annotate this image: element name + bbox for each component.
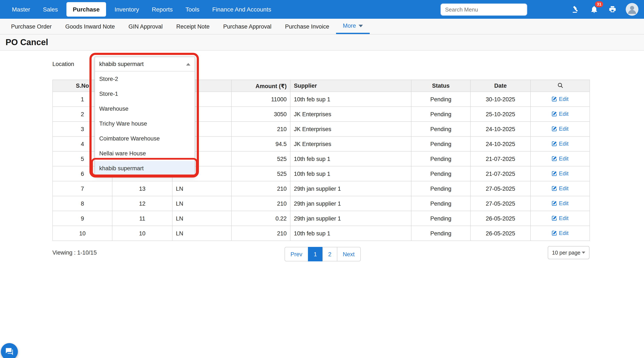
search-menu-input[interactable] bbox=[440, 3, 527, 15]
page-button-1[interactable]: 1 bbox=[308, 247, 323, 261]
subnav-item-receipt-note[interactable]: Receipt Note bbox=[170, 19, 216, 34]
edit-button[interactable]: Edit bbox=[552, 170, 568, 176]
dropdown-option-store-2[interactable]: Store-2 bbox=[95, 71, 195, 86]
dropdown-option-nellai-ware-house[interactable]: Nellai ware House bbox=[95, 146, 195, 161]
edit-button[interactable]: Edit bbox=[552, 185, 568, 191]
prev-page-button[interactable]: Prev bbox=[284, 247, 308, 261]
cell-status: Pending bbox=[411, 92, 470, 107]
edit-pencil-icon bbox=[552, 156, 557, 161]
user-avatar[interactable] bbox=[626, 3, 638, 16]
cell-supplier: 10th feb sup 1 bbox=[290, 226, 411, 241]
cell-supplier: JK Enterprises bbox=[290, 121, 411, 136]
location-dropdown: Store-2 Store-1 Warehouse Trichy Ware ho… bbox=[94, 57, 195, 176]
cell-status: Pending bbox=[411, 107, 470, 121]
cell-amount: 210 bbox=[232, 226, 290, 241]
column-header-search[interactable] bbox=[530, 80, 590, 92]
chat-icon bbox=[5, 347, 14, 356]
cell-supplier: 10th feb sup 1 bbox=[290, 151, 411, 166]
edit-button[interactable]: Edit bbox=[552, 230, 568, 236]
dropdown-option-khabib-supermart[interactable]: khabib supermart bbox=[95, 161, 195, 176]
cell-c2: 12 bbox=[112, 196, 172, 211]
cell-amount: 11000 bbox=[232, 92, 290, 107]
subnav-item-purchase-approval[interactable]: Purchase Approval bbox=[216, 19, 278, 34]
edit-button[interactable]: Edit bbox=[552, 140, 568, 147]
search-icon bbox=[557, 82, 563, 88]
pagination: Prev 1 2 Next bbox=[284, 247, 360, 261]
subnav-item-purchase-order[interactable]: Purchase Order bbox=[4, 19, 58, 34]
edit-pencil-icon bbox=[552, 126, 557, 131]
subnav-item-gin-approval[interactable]: GIN Approval bbox=[122, 19, 170, 34]
location-label: Location bbox=[52, 61, 74, 67]
cell-status: Pending bbox=[411, 166, 470, 181]
page-button-2[interactable]: 2 bbox=[322, 247, 337, 261]
chevron-up-icon[interactable] bbox=[186, 63, 190, 65]
nav-item-tools[interactable]: Tools bbox=[179, 0, 206, 19]
cell-supplier: 29th jan supplier 1 bbox=[290, 196, 411, 211]
nav-item-reports[interactable]: Reports bbox=[146, 0, 179, 19]
edit-pencil-icon bbox=[552, 230, 557, 236]
cell-c2: 10 bbox=[112, 226, 172, 241]
edit-button[interactable]: Edit bbox=[552, 110, 568, 117]
chevron-down-icon bbox=[358, 24, 363, 27]
cell-status: Pending bbox=[411, 151, 470, 166]
nav-item-purchase[interactable]: Purchase bbox=[66, 2, 106, 16]
edit-button[interactable]: Edit bbox=[552, 125, 568, 132]
chat-support-button[interactable] bbox=[1, 343, 18, 358]
table-row: 9 11 LN 0.22 29th jan supplier 1 Pending… bbox=[52, 211, 590, 226]
subnav-item-goods-inward-note[interactable]: Goods Inward Note bbox=[58, 19, 122, 34]
page-title: PO Cancel bbox=[6, 37, 48, 47]
edit-pencil-icon bbox=[552, 96, 557, 101]
edit-button[interactable]: Edit bbox=[552, 96, 568, 102]
dropdown-option-warehouse[interactable]: Warehouse bbox=[95, 101, 195, 116]
dropdown-option-trichy-ware-house[interactable]: Trichy Ware house bbox=[95, 116, 195, 131]
cell-c2: 13 bbox=[112, 181, 172, 196]
notification-badge: 31 bbox=[595, 1, 603, 7]
column-header-supplier: Supplier bbox=[290, 80, 411, 92]
cell-status: Pending bbox=[411, 211, 470, 226]
location-dropdown-input[interactable] bbox=[99, 61, 186, 67]
cell-sno: 10 bbox=[52, 226, 112, 241]
printer-icon[interactable] bbox=[607, 4, 618, 14]
subnav-more-label: More bbox=[343, 22, 356, 29]
cell-c3: LN bbox=[172, 181, 232, 196]
announcement-gavel-icon[interactable] bbox=[571, 4, 581, 14]
edit-button[interactable]: Edit bbox=[552, 200, 568, 206]
cell-c3: LN bbox=[172, 226, 232, 241]
cell-amount: 210 bbox=[232, 181, 290, 196]
subnav-item-purchase-invoice[interactable]: Purchase Invoice bbox=[278, 19, 336, 34]
main-menu: Master Sales Purchase Inventory Reports … bbox=[6, 0, 278, 19]
column-header-status: Status bbox=[411, 80, 470, 92]
viewing-status: Viewing : 1-10/15 bbox=[52, 249, 97, 256]
chevron-down-icon bbox=[582, 252, 585, 254]
topbar-right: 31 bbox=[440, 3, 638, 16]
cell-date: 25-10-2025 bbox=[470, 107, 530, 121]
edit-pencil-icon bbox=[552, 141, 557, 146]
per-page-value: 10 per page bbox=[552, 250, 580, 256]
cell-amount: 0.22 bbox=[232, 211, 290, 226]
next-page-button[interactable]: Next bbox=[337, 247, 361, 261]
nav-item-master[interactable]: Master bbox=[6, 0, 37, 19]
table-row: 7 13 LN 210 29th jan supplier 1 Pending … bbox=[52, 181, 590, 196]
table-row: 8 12 LN 210 29th jan supplier 1 Pending … bbox=[52, 196, 590, 211]
notification-bell-icon[interactable]: 31 bbox=[589, 4, 599, 14]
nav-item-finance-and-accounts[interactable]: Finance And Accounts bbox=[206, 0, 278, 19]
cell-amount: 3050 bbox=[232, 107, 290, 121]
nav-item-inventory[interactable]: Inventory bbox=[108, 0, 146, 19]
cell-supplier: JK Enterprises bbox=[290, 136, 411, 151]
cell-supplier: 10th feb sup 1 bbox=[290, 92, 411, 107]
per-page-select[interactable]: 10 per page bbox=[548, 246, 590, 259]
dropdown-option-store-1[interactable]: Store-1 bbox=[95, 86, 195, 101]
column-header-date: Date bbox=[470, 80, 530, 92]
nav-item-sales[interactable]: Sales bbox=[37, 0, 64, 19]
purchase-subnav: Purchase Order Goods Inward Note GIN App… bbox=[0, 19, 644, 34]
cell-date: 27-05-2025 bbox=[470, 181, 530, 196]
dropdown-option-coimbatore-warehouse[interactable]: Coimbatore Warehouse bbox=[95, 131, 195, 146]
edit-button[interactable]: Edit bbox=[552, 155, 568, 162]
cell-sno: 9 bbox=[52, 211, 112, 226]
cell-sno: 8 bbox=[52, 196, 112, 211]
cell-date: 27-05-2025 bbox=[470, 196, 530, 211]
cell-date: 26-05-2025 bbox=[470, 226, 530, 241]
cell-supplier: 29th jan supplier 1 bbox=[290, 211, 411, 226]
edit-button[interactable]: Edit bbox=[552, 215, 568, 221]
subnav-item-more[interactable]: More bbox=[336, 19, 370, 34]
